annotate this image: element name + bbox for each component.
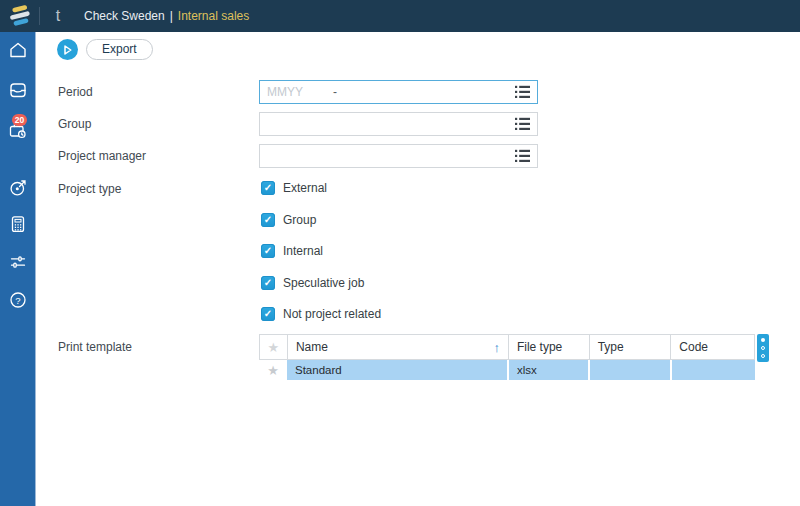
sidebar-item-calculator[interactable] — [0, 212, 36, 236]
project-manager-field[interactable] — [259, 144, 538, 168]
table-row[interactable]: ★ Standard xlsx — [259, 360, 755, 380]
column-header-file-type[interactable]: File type — [509, 335, 590, 359]
checkbox-label: Not project related — [283, 307, 381, 321]
target-icon — [8, 178, 28, 198]
period-to-input[interactable] — [343, 85, 515, 99]
export-button[interactable]: Export — [86, 39, 153, 60]
period-range-separator: - — [333, 85, 337, 99]
column-header-type[interactable]: Type — [590, 335, 672, 359]
lookup-list-icon[interactable] — [515, 117, 530, 131]
checkbox-label: External — [283, 181, 327, 195]
lookup-list-icon[interactable] — [515, 149, 530, 163]
checkbox-label: Internal — [283, 244, 323, 258]
project-type-label: Project type — [58, 182, 121, 196]
group-input[interactable] — [267, 117, 515, 131]
sort-ascending-icon[interactable]: ↑ — [493, 340, 500, 355]
checkbox-label: Speculative job — [283, 276, 364, 290]
column-header-code[interactable]: Code — [671, 335, 754, 359]
row-cell-code[interactable] — [672, 360, 755, 380]
column-header-name[interactable]: Name ↑ — [288, 335, 509, 359]
period-from-input[interactable] — [267, 85, 319, 99]
help-icon: ? — [8, 290, 28, 310]
checkbox-icon: ✓ — [261, 213, 275, 227]
calculator-icon — [8, 214, 28, 234]
checkbox-not-project-related[interactable]: ✓ Not project related — [261, 306, 381, 321]
sidebar-item-settings[interactable] — [0, 250, 36, 274]
run-report-button[interactable] — [57, 39, 78, 60]
sidebar-item-home[interactable] — [0, 38, 36, 62]
home-icon — [8, 40, 28, 60]
star-icon: ★ — [267, 363, 279, 378]
checkbox-icon: ✓ — [261, 244, 275, 258]
workspace-name: Check Sweden — [84, 9, 165, 23]
project-manager-input[interactable] — [267, 149, 515, 163]
table-options-handle[interactable] — [757, 334, 769, 362]
app-logo-icon — [6, 3, 34, 29]
lookup-list-icon[interactable] — [515, 85, 530, 99]
checkbox-group[interactable]: ✓ Group — [261, 212, 316, 227]
group-field[interactable] — [259, 112, 538, 136]
checkbox-external[interactable]: ✓ External — [261, 180, 327, 195]
sidebar-item-jobs[interactable]: 20 — [0, 118, 36, 142]
play-icon — [62, 44, 73, 56]
favorite-column-header[interactable]: ★ — [260, 335, 288, 359]
sliders-icon — [8, 252, 28, 272]
period-label: Period — [58, 85, 93, 99]
table-header-row: ★ Name ↑ File type Type Code — [259, 334, 755, 360]
sidebar-item-help[interactable]: ? — [0, 288, 36, 312]
row-cell-name[interactable]: Standard — [287, 360, 509, 380]
checkbox-speculative-job[interactable]: ✓ Speculative job — [261, 275, 364, 290]
title-separator: | — [170, 9, 173, 23]
project-manager-label: Project manager — [58, 149, 146, 163]
report-name: Internal sales — [178, 9, 249, 23]
row-cell-file-type[interactable]: xlsx — [509, 360, 590, 380]
jobs-badge: 20 — [12, 114, 27, 126]
row-favorite-cell[interactable]: ★ — [259, 360, 287, 380]
handle-dot — [761, 338, 765, 342]
sidebar-item-targets[interactable] — [0, 176, 36, 200]
period-field[interactable]: - — [259, 80, 538, 104]
print-template-label: Print template — [58, 340, 132, 354]
checkbox-icon: ✓ — [261, 181, 275, 195]
group-label: Group — [58, 117, 91, 131]
svg-text:?: ? — [15, 295, 20, 306]
checkbox-icon: ✓ — [261, 276, 275, 290]
sidebar-item-inbox[interactable] — [0, 78, 36, 102]
workspace-tab-icon[interactable]: t — [49, 4, 67, 28]
row-cell-type[interactable] — [590, 360, 672, 380]
topbar: t Check Sweden | Internal sales — [0, 0, 800, 32]
inbox-icon — [8, 80, 28, 100]
sidebar: 20 ? — [0, 32, 36, 506]
print-template-table: ★ Name ↑ File type Type Code ★ Standard … — [259, 334, 755, 380]
workspace-title: Check Sweden | Internal sales — [84, 0, 249, 32]
checkbox-internal[interactable]: ✓ Internal — [261, 243, 323, 258]
star-icon: ★ — [268, 340, 280, 355]
topbar-divider — [39, 7, 40, 25]
checkbox-icon: ✓ — [261, 307, 275, 321]
checkbox-label: Group — [283, 213, 316, 227]
handle-dot — [761, 346, 765, 350]
handle-dot — [761, 354, 765, 358]
